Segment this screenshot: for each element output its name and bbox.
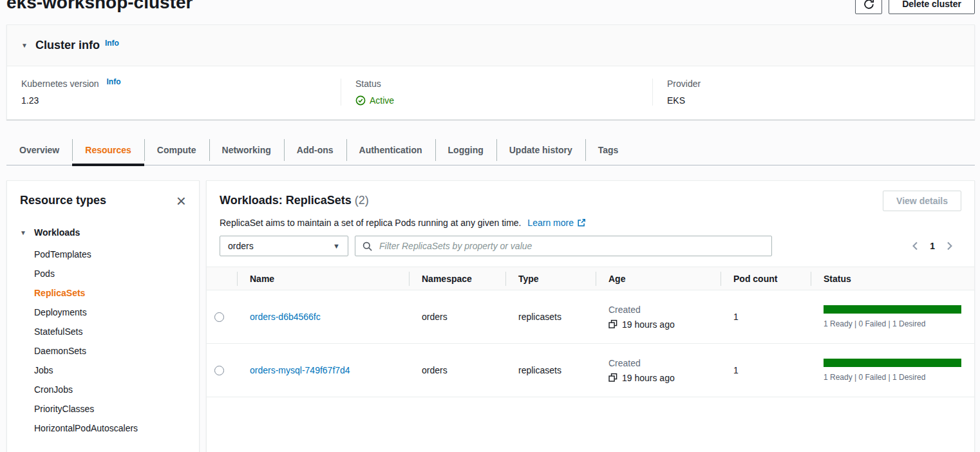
header-age: Age [596,267,721,290]
current-page-number[interactable]: 1 [930,241,935,251]
page-header: eks-workshop-cluster Delete cluster [0,0,980,18]
sidebar-item-cronjobs[interactable]: CronJobs [34,380,186,399]
header-status: Status [811,267,974,290]
status-caption: 1 Ready | 0 Failed | 1 Desired [824,373,974,382]
field-status: Status Active [341,79,652,106]
age-value: 19 hours ago [622,373,675,383]
replicasets-title: Workloads: ReplicaSets (2) [220,194,369,207]
previous-page-button[interactable] [911,241,919,251]
resource-tree: ▼ Workloads PodTemplates Pods ReplicaSet… [20,223,186,452]
tree-group-workloads-toggle[interactable]: ▼ Workloads [20,223,186,242]
cluster-info-expander[interactable]: ▼ Cluster info Info [7,25,974,66]
kubernetes-version-info-link[interactable]: Info [107,77,121,86]
table-header-row: Name Namespace Type Age Pod count Status [207,267,974,290]
replicasets-description: ReplicaSet aims to maintain a set of rep… [220,216,961,229]
refresh-button[interactable] [855,0,882,14]
status-badge: Active [355,95,638,106]
search-icon [363,241,372,251]
header-type: Type [505,267,596,290]
page-title: eks-workshop-cluster [6,0,193,12]
replicaset-name-link[interactable]: orders-d6b4566fc [250,312,321,322]
sidebar-item-podtemplates[interactable]: PodTemplates [34,245,186,264]
content-area: Resource types × ▼ Workloads PodTemplate… [6,180,975,452]
kubernetes-version-value: 1.23 [21,95,326,106]
replicaset-name-link[interactable]: orders-mysql-749f67f7d4 [250,365,350,375]
age-cell: Created 19 hours ago [596,358,721,383]
age-created-label: Created [608,358,721,368]
next-page-button[interactable] [946,241,954,251]
sidebar-item-pods[interactable]: Pods [34,264,186,283]
filter-row: orders ▼ 1 [220,236,961,256]
dropdown-caret-icon: ▼ [333,242,340,250]
eks-cluster-page: { "page_title": "eks-workshop-cluster", … [0,0,980,452]
sidebar-item-daemonsets[interactable]: DaemonSets [34,341,186,361]
sidebar-item-horizontalpodautoscalers[interactable]: HorizontalPodAutoscalers [34,419,186,438]
age-value: 19 hours ago [622,319,675,330]
name-cell: orders-mysql-749f67f7d4 [237,365,409,375]
kubernetes-version-label: Kubernetes version [21,79,99,89]
search-input[interactable] [378,240,764,252]
status-ready-bar [824,305,961,314]
chevron-right-icon [946,241,954,251]
sidebar-item-replicasets[interactable]: ReplicaSets [34,283,186,303]
sidebar-header: Resource types × [20,194,186,207]
tab-update-history[interactable]: Update history [496,135,585,165]
status-caption: 1 Ready | 0 Failed | 1 Desired [824,319,974,328]
namespace-filter-value: orders [228,241,254,251]
row-select-radio[interactable] [214,312,224,322]
type-cell: replicasets [505,365,596,375]
sidebar-title: Resource types [20,194,106,207]
view-details-button[interactable]: View details [883,191,961,211]
namespace-filter-dropdown[interactable]: orders ▼ [220,236,348,256]
replicasets-table: Name Namespace Type Age Pod count Status… [207,267,974,397]
sidebar-item-deployments[interactable]: Deployments [34,303,186,322]
workloads-group-label: Workloads [34,227,80,238]
sidebar-item-priorityclasses[interactable]: PriorityClasses [34,399,186,419]
tree-group-cluster-toggle[interactable]: ▶ Cluster [20,448,186,452]
age-cell: Created 19 hours ago [596,305,721,330]
cluster-info-title: Cluster info [35,39,100,52]
row-select-radio[interactable] [214,366,224,375]
status-cell: 1 Ready | 0 Failed | 1 Desired [811,305,974,328]
age-created-label: Created [608,305,721,315]
tab-overview[interactable]: Overview [6,135,72,165]
field-kubernetes-version: Kubernetes version Info 1.23 [7,79,341,106]
header-actions: Delete cluster [855,0,975,14]
tab-compute[interactable]: Compute [144,135,209,165]
caret-down-icon: ▼ [21,42,28,49]
table-row: orders-mysql-749f67f7d4 orders replicase… [207,344,974,397]
header-pod-count: Pod count [721,267,811,290]
resource-types-sidebar: Resource types × ▼ Workloads PodTemplate… [6,180,200,452]
tree-group-cluster: ▶ Cluster [20,448,186,452]
name-cell: orders-d6b4566fc [237,312,409,322]
tab-networking[interactable]: Networking [209,135,284,165]
cluster-info-info-link[interactable]: Info [105,39,119,48]
tab-resources[interactable]: Resources [72,135,144,165]
header-namespace: Namespace [409,267,505,290]
pod-count-cell: 1 [721,365,811,375]
provider-label: Provider [667,79,960,89]
learn-more-link[interactable]: Learn more [527,216,586,229]
caret-down-icon: ▼ [20,229,34,236]
cluster-info-panel: ▼ Cluster info Info Kubernetes version I… [6,24,975,120]
tab-logging[interactable]: Logging [435,135,496,165]
namespace-cell: orders [409,365,505,375]
delete-cluster-button[interactable]: Delete cluster [889,0,975,14]
sidebar-item-statefulsets[interactable]: StatefulSets [34,322,186,341]
cluster-info-fields: Kubernetes version Info 1.23 Status Acti… [7,66,974,118]
copy-icon[interactable] [608,373,617,382]
replicasets-title-text: Workloads: ReplicaSets [220,194,352,207]
tab-authentication[interactable]: Authentication [346,135,435,165]
tab-add-ons[interactable]: Add-ons [284,135,346,165]
table-row: orders-d6b4566fc orders replicasets Crea… [207,290,974,344]
header-name: Name [237,267,409,290]
sidebar-item-jobs[interactable]: Jobs [34,361,186,380]
type-cell: replicasets [505,312,596,322]
status-value-text: Active [370,95,394,106]
tab-tags[interactable]: Tags [585,135,632,165]
field-provider: Provider EKS [652,79,974,106]
close-icon[interactable]: × [176,194,186,207]
replicasets-count: (2) [355,194,369,207]
copy-icon[interactable] [608,319,617,329]
status-label: Status [355,79,638,89]
